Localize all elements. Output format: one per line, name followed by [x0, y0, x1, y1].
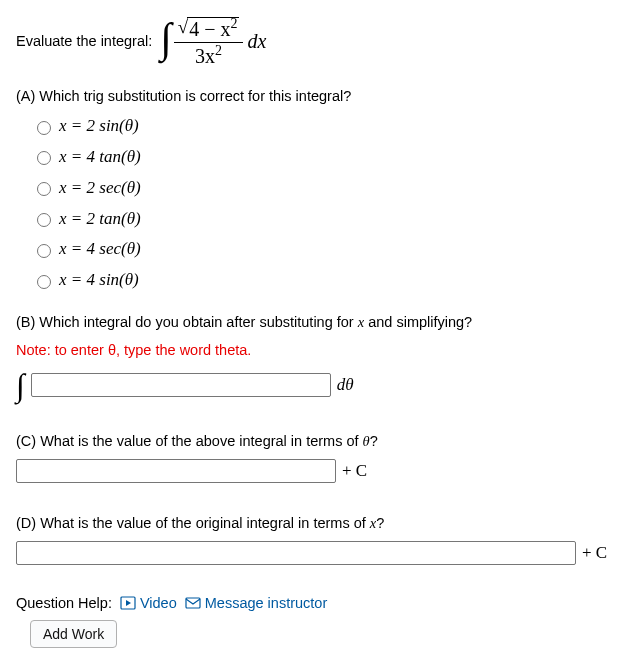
part-b-label: (B) Which integral do you obtain after s…	[16, 314, 472, 330]
prompt-text: Evaluate the integral:	[16, 31, 152, 51]
mail-icon	[185, 596, 201, 610]
integral-sign-icon: ∫	[16, 369, 25, 401]
choice-text-2: x = 2 sec(θ)	[59, 176, 141, 200]
choice-0[interactable]: x = 2 sin(θ)	[32, 114, 620, 138]
part-a-choices: x = 2 sin(θ) x = 4 tan(θ) x = 2 sec(θ) x…	[32, 114, 620, 292]
radio-choice-2[interactable]	[37, 182, 51, 196]
choice-5[interactable]: x = 4 sin(θ)	[32, 268, 620, 292]
part-a-label: (A) Which trig substitution is correct f…	[16, 86, 620, 106]
integral-sign-icon: ∫	[160, 22, 172, 56]
sqrt-exp: 2	[230, 16, 237, 31]
radio-choice-5[interactable]	[37, 275, 51, 289]
radio-choice-3[interactable]	[37, 213, 51, 227]
message-instructor-link[interactable]: Message instructor	[185, 593, 328, 613]
video-link-text: Video	[140, 593, 177, 613]
choice-text-3: x = 2 tan(θ)	[59, 207, 141, 231]
choice-4[interactable]: x = 4 sec(θ)	[32, 237, 620, 261]
radio-choice-1[interactable]	[37, 151, 51, 165]
part-d-input[interactable]	[16, 541, 576, 565]
add-work-button[interactable]: Add Work	[30, 620, 117, 648]
problem-prompt: Evaluate the integral: ∫ √ 4 − x2 3x2 dx	[16, 14, 620, 68]
choice-1[interactable]: x = 4 tan(θ)	[32, 145, 620, 169]
part-c-after: + C	[342, 459, 367, 483]
choice-text-4: x = 4 sec(θ)	[59, 237, 141, 261]
part-b-input[interactable]	[31, 373, 331, 397]
sqrt-inner: 4 − x	[189, 18, 230, 40]
part-b-note: Note: to enter θ, type the word theta.	[16, 340, 620, 360]
choice-text-5: x = 4 sin(θ)	[59, 268, 139, 292]
integral-expression: ∫ √ 4 − x2 3x2 dx	[160, 14, 266, 68]
dx: dx	[247, 27, 266, 55]
denom-exp: 2	[215, 43, 222, 58]
part-d-after: + C	[582, 541, 607, 565]
svg-rect-1	[186, 598, 200, 608]
choice-text-1: x = 4 tan(θ)	[59, 145, 141, 169]
part-c-input[interactable]	[16, 459, 336, 483]
radio-choice-0[interactable]	[37, 121, 51, 135]
part-c-label: (C) What is the value of the above integ…	[16, 433, 378, 449]
message-link-text: Message instructor	[205, 593, 328, 613]
video-icon	[120, 596, 136, 610]
choice-2[interactable]: x = 2 sec(θ)	[32, 176, 620, 200]
video-link[interactable]: Video	[120, 593, 177, 613]
radio-choice-4[interactable]	[37, 244, 51, 258]
denominator: 3x	[195, 45, 215, 67]
choice-3[interactable]: x = 2 tan(θ)	[32, 207, 620, 231]
part-b-after: dθ	[337, 373, 354, 397]
question-help-label: Question Help:	[16, 593, 112, 613]
part-d-label: (D) What is the value of the original in…	[16, 515, 384, 531]
choice-text-0: x = 2 sin(θ)	[59, 114, 139, 138]
